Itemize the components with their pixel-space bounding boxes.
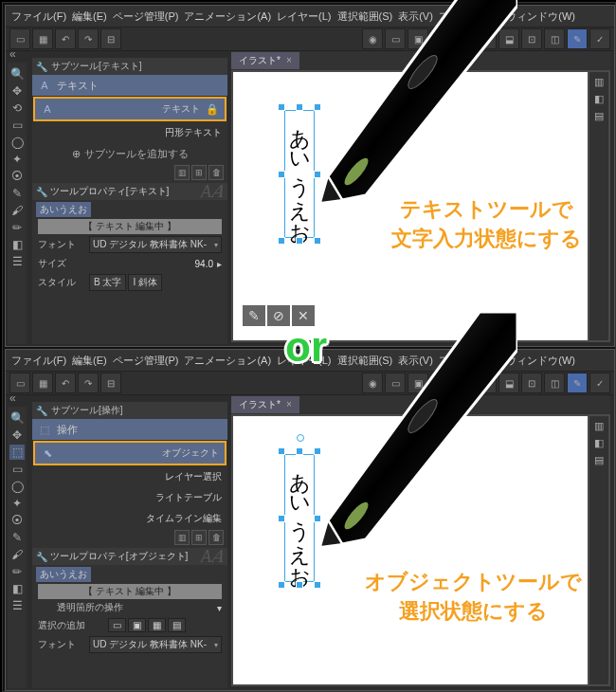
close-icon[interactable]: × [286,55,292,65]
canvas[interactable]: あいうえお ✎ ⊘ ✕ テキストツールで文字入力状態にする [233,72,588,340]
document-tab[interactable]: イラスト*× [231,52,299,69]
menu-item[interactable]: 表示(V) [398,354,433,368]
tool-button[interactable]: ▣ [408,28,428,49]
panel-icon[interactable]: ▥ [591,418,607,433]
tool-button[interactable]: ◫ [544,28,565,49]
wand-icon[interactable]: ✦ [9,152,25,167]
tool-button[interactable]: ⬓ [498,373,519,393]
eraser-icon[interactable]: ◧ [9,581,25,596]
subtool-item[interactable]: タイムライン編集 [32,508,227,529]
tool-button[interactable]: ✓ [589,28,610,49]
tool-button[interactable]: ⊟ [100,28,121,49]
eyedrop-icon[interactable]: ⦿ [9,169,25,184]
document-tab[interactable]: イラスト*× [231,396,299,413]
panel-icon[interactable]: ◧ [591,91,607,106]
mini-button[interactable]: ⊞ [191,530,207,545]
menu-item[interactable]: ページ管理(P) [113,9,179,24]
menu-item[interactable]: 選択範囲(S) [337,354,393,368]
mode-button[interactable]: ▤ [168,618,186,632]
tool-button[interactable]: ◫ [544,373,565,393]
menu-item[interactable]: アニメーション(A) [184,354,271,368]
tool-button[interactable]: ↷ [78,28,99,49]
stepper-icon[interactable]: ▸ [217,259,222,269]
wand-icon[interactable]: ✦ [9,496,25,511]
tool-button[interactable]: ↶ [55,28,76,49]
tool-button[interactable]: ▭ [385,373,406,393]
lasso-icon[interactable]: ◯ [9,135,25,150]
blend-icon[interactable]: ☰ [9,598,25,613]
menu-item[interactable]: ファイル(F) [11,9,66,24]
magnify-icon[interactable]: 🔍 [9,66,25,82]
subtool-group[interactable]: Aテキスト [32,75,227,96]
subtool-item-object[interactable]: ⬉オブジェクト [33,441,226,465]
menu-item[interactable]: ページ管理(P) [113,354,179,368]
tool-button[interactable]: ◨ [453,373,474,393]
mini-button[interactable]: ⊞ [191,165,207,180]
tool-button[interactable]: ⊡ [521,28,542,49]
tool-button[interactable]: ▦ [32,373,53,393]
mini-button[interactable]: ▥ [174,530,190,545]
tool-button[interactable]: ⊞ [476,28,497,49]
menu-item[interactable]: フィルター(I) [439,9,500,24]
menu-item[interactable]: 選択範囲(S) [337,9,393,24]
object-tool-icon[interactable]: ⬚ [9,445,25,460]
size-value[interactable]: 94.0 [195,259,213,269]
menu-item[interactable]: ウィンドウ(W) [506,9,575,24]
magnify-icon[interactable]: 🔍 [9,410,25,426]
subtool-group[interactable]: ⬚操作 [32,419,227,440]
rotate-icon[interactable]: ⟲ [9,100,25,116]
menu-item[interactable]: アニメーション(A) [184,9,271,24]
move-icon[interactable]: ✥ [9,83,25,99]
marquee-icon[interactable]: ▭ [9,118,25,133]
tool-button[interactable]: ◉ [362,28,383,49]
tool-button[interactable]: ⬓ [498,28,519,49]
mini-button[interactable]: 🗑 [208,165,224,180]
pen-icon[interactable]: ✎ [9,186,25,201]
tool-button[interactable]: ⊡ [521,373,542,393]
eraser-icon[interactable]: ◧ [9,237,25,252]
mini-button[interactable]: 🗑 [208,530,224,545]
tool-button[interactable]: ▭ [385,28,406,49]
pencil-icon[interactable]: ✏ [9,220,25,235]
panel-icon[interactable]: ◧ [591,435,607,450]
tool-button[interactable]: ▦ [32,28,53,49]
text-object[interactable]: あいうえお [284,454,315,582]
collapse-icon[interactable]: « [9,47,16,61]
mode-button[interactable]: ▭ [108,618,126,632]
mode-button[interactable]: ▣ [128,618,146,632]
mini-button[interactable]: ▥ [174,165,190,180]
tool-button[interactable]: ↶ [55,373,76,393]
blend-icon[interactable]: ☰ [9,254,25,269]
pencil-icon[interactable]: ✏ [9,564,25,579]
tool-button[interactable]: ◧ [430,373,451,393]
move-icon[interactable]: ✥ [9,428,25,443]
subtool-item[interactable]: ライトテーブル [32,487,227,508]
add-subtool-row[interactable]: ⊕サブツールを追加する [32,143,227,164]
subtool-item-text[interactable]: Aテキスト🔒 [33,97,226,121]
chevron-down-icon[interactable]: ▾ [217,603,222,613]
tool-button[interactable]: ⊟ [100,373,121,393]
menu-item[interactable]: 表示(V) [398,9,433,24]
font-select[interactable]: UD デジタル 教科書体 NK-▾ [89,236,222,253]
edit-button[interactable]: ✎ [243,305,265,326]
panel-icon[interactable]: ▤ [591,452,607,467]
menu-item[interactable]: ファイル(F) [11,354,66,368]
menu-item[interactable]: フィルター(I) [439,354,500,368]
marquee-icon[interactable]: ▭ [9,462,25,477]
font-select[interactable]: UD デジタル 教科書体 NK-▾ [89,636,222,653]
eyedrop-icon[interactable]: ⦿ [9,513,25,528]
tool-button[interactable]: ✓ [589,373,610,393]
tool-button[interactable]: ◉ [362,373,383,393]
tool-button[interactable]: ▭ [9,373,30,393]
brush-icon[interactable]: 🖌 [9,547,25,562]
menu-item[interactable]: 編集(E) [72,9,107,24]
tool-button[interactable]: ◨ [453,28,474,49]
menu-item[interactable]: ウィンドウ(W) [506,354,575,368]
text-object[interactable]: あいうえお [284,110,315,238]
canvas[interactable]: あいうえお オブジェクトツールで選択状態にする [233,416,588,684]
panel-icon[interactable]: ▤ [591,108,607,123]
brush-icon[interactable]: 🖌 [9,203,25,218]
lasso-icon[interactable]: ◯ [9,479,25,494]
tool-button[interactable]: ✎ [567,373,588,393]
tool-button[interactable]: ▣ [408,373,428,393]
